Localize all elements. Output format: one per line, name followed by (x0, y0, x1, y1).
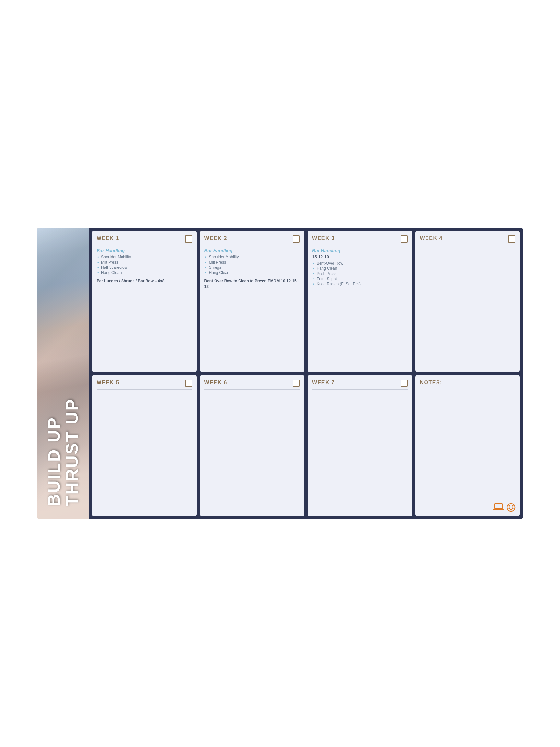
sidebar-text-container: BUILD UP THRUST UP (37, 398, 89, 507)
week7-checkbox[interactable] (401, 380, 408, 387)
week3-checkbox[interactable] (401, 235, 408, 242)
list-item: Hang Clean (312, 266, 408, 271)
week2-section: Bar Handling (205, 248, 300, 253)
week6-card: WEEK 6 (200, 375, 304, 516)
week3-list: Bent-Over Row Hang Clean Push Press Fron… (312, 261, 408, 287)
week6-checkbox[interactable] (293, 380, 300, 387)
week1-divider (97, 245, 192, 246)
week5-card: WEEK 5 (92, 375, 197, 516)
svg-rect-0 (495, 504, 502, 509)
cards-grid: WEEK 1 Bar Handling Shoulder Mobility Mi… (89, 228, 523, 519)
week7-header: WEEK 7 (312, 380, 408, 387)
week2-list: Shoulder Mobility Milt Press Shrugs Hang… (205, 255, 300, 275)
sidebar-thrust-text: THRUST UP (63, 398, 80, 507)
svg-point-3 (509, 505, 510, 507)
week7-divider (312, 389, 408, 390)
week1-title: WEEK 1 (97, 235, 119, 241)
week2-title: WEEK 2 (205, 235, 227, 241)
week5-checkbox[interactable] (185, 380, 192, 387)
notes-title: NOTES: (420, 380, 442, 386)
list-item: Shoulder Mobility (97, 255, 192, 260)
week3-numbers: 15-12-10 (312, 255, 408, 259)
list-item: Shrugs (205, 265, 300, 270)
week1-extra: Bar Lunges / Shrugs / Bar Row – 4x8 (97, 279, 192, 284)
notes-divider (420, 388, 515, 388)
week3-section: Bar Handling (312, 248, 408, 253)
week4-card: WEEK 4 (416, 231, 520, 372)
week5-header: WEEK 5 (97, 380, 192, 387)
list-item: Front Squat (312, 276, 408, 281)
svg-point-4 (512, 505, 514, 507)
list-item: Milt Press (97, 260, 192, 265)
week2-checkbox[interactable] (293, 235, 300, 242)
svg-point-6 (512, 508, 514, 509)
week6-title: WEEK 6 (205, 380, 227, 386)
week2-card: WEEK 2 Bar Handling Shoulder Mobility Mi… (200, 231, 304, 372)
svg-point-5 (509, 508, 510, 509)
sidebar-build-text: BUILD UP (45, 416, 62, 507)
laptop-icon (493, 503, 505, 512)
list-item: Hang Clean (97, 270, 192, 275)
list-item: Shoulder Mobility (205, 255, 300, 260)
list-item: Hang Clean (205, 270, 300, 275)
design-icon-group (493, 503, 516, 512)
week3-header: WEEK 3 (312, 235, 408, 242)
week1-header: WEEK 1 (97, 235, 192, 242)
week2-divider (205, 245, 300, 246)
list-item: Knee Raises (Fr Sqt Pos) (312, 281, 408, 287)
week3-divider (312, 245, 408, 246)
week6-header: WEEK 6 (205, 380, 300, 387)
sidebar: BUILD UP THRUST UP (37, 228, 89, 519)
notes-header: NOTES: (420, 380, 515, 386)
svg-point-7 (510, 509, 512, 511)
notes-card: NOTES: (416, 375, 520, 516)
week6-divider (205, 389, 300, 390)
week4-checkbox[interactable] (508, 235, 515, 242)
week4-header: WEEK 4 (420, 235, 515, 242)
week7-card: WEEK 7 (308, 375, 412, 516)
list-item: Milt Press (205, 260, 300, 265)
week4-title: WEEK 4 (420, 235, 443, 241)
week2-extra: Bent-Over Row to Clean to Press: EMOM 10… (205, 279, 300, 289)
list-item: Bent-Over Row (312, 261, 408, 266)
week2-header: WEEK 2 (205, 235, 300, 242)
week1-section: Bar Handling (97, 248, 192, 253)
list-item: Half Scarecrow (97, 265, 192, 270)
week3-title: WEEK 3 (312, 235, 335, 241)
week5-divider (97, 389, 192, 390)
week4-divider (420, 245, 515, 246)
week7-title: WEEK 7 (312, 380, 335, 386)
week3-card: WEEK 3 Bar Handling 15-12-10 Bent-Over R… (308, 231, 412, 372)
week1-card: WEEK 1 Bar Handling Shoulder Mobility Mi… (92, 231, 197, 372)
list-item: Push Press (312, 271, 408, 276)
week1-list: Shoulder Mobility Milt Press Half Scarec… (97, 255, 192, 275)
palette-icon (506, 503, 516, 512)
main-container: BUILD UP THRUST UP WEEK 1 Bar Handling S… (37, 228, 523, 519)
week5-title: WEEK 5 (97, 380, 119, 386)
week1-checkbox[interactable] (185, 235, 192, 242)
